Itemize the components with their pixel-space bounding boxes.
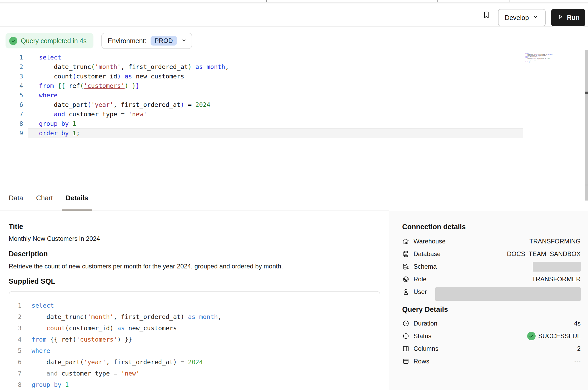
database-row: DatabaseDOCS_TEAM_SANDBOX	[402, 248, 581, 260]
line-number: 3	[9, 323, 22, 334]
toolbar: Develop Run	[0, 3, 588, 27]
schema-row: Schema	[402, 260, 581, 273]
code-line: 6 date_part('year', first_ordered_at) = …	[9, 357, 380, 368]
success-check-icon	[527, 332, 536, 340]
details-side-panel: Connection details WarehouseTRANSFORMING…	[389, 211, 588, 390]
line-number: 5	[0, 91, 23, 100]
run-button-label: Run	[567, 14, 580, 22]
environment-label: Environment:	[108, 37, 146, 45]
duration-label: Duration	[413, 320, 437, 327]
develop-button-label: Develop	[505, 14, 529, 22]
connection-details-heading: Connection details	[402, 223, 581, 232]
columns-row: Columns2	[402, 342, 581, 355]
sql-editor[interactable]: 1select2 date_trunc('month', first_order…	[0, 53, 584, 138]
schema-label: Schema	[413, 263, 437, 270]
line-number: 1	[9, 300, 22, 311]
status-badge: SUCCESSFUL	[527, 332, 581, 340]
play-icon	[557, 13, 564, 22]
role-icon	[402, 276, 410, 283]
status-value: SUCCESSFUL	[538, 332, 581, 340]
code-text: from {{ ref('customers') }}	[23, 81, 139, 91]
code-line: 5where	[0, 91, 584, 100]
window-tab-divider	[141, 0, 141, 2]
code-text: where	[22, 345, 50, 357]
tab-details[interactable]: Details	[66, 185, 88, 211]
scrollbar-thumb[interactable]	[585, 92, 588, 94]
supplied-sql-box: 1select2 date_trunc('month', first_order…	[9, 291, 380, 390]
code-text: date_part('year', first_ordered_at) = 20…	[23, 100, 210, 109]
line-number: 5	[9, 345, 22, 357]
supplied-sql-heading: Supplied SQL	[9, 277, 55, 286]
code-line: 8group by 1	[9, 379, 380, 390]
window-tab-divider	[510, 0, 510, 2]
bookmark-button[interactable]	[481, 10, 492, 21]
warehouse-icon	[402, 238, 410, 245]
code-text: group by 1	[22, 379, 69, 390]
user-redacted-value	[435, 287, 581, 301]
status-icon	[402, 332, 410, 340]
user-label: User	[413, 288, 427, 296]
line-number: 7	[0, 109, 23, 119]
warehouse-row: WarehouseTRANSFORMING	[402, 235, 581, 248]
columns-value: 2	[577, 345, 581, 352]
code-line: 7 and customer_type = 'new'	[9, 368, 380, 379]
database-icon	[402, 250, 410, 258]
code-line: 4from {{ ref('customers') }}	[0, 81, 584, 91]
schema-icon	[402, 263, 410, 270]
editor-minimap[interactable]: select date_trunc('month', first_ordered…	[525, 53, 553, 63]
query-details-heading: Query Details	[402, 306, 581, 314]
code-text: date_part('year', first_ordered_at) = 20…	[22, 357, 203, 368]
line-number: 1	[0, 53, 23, 62]
warehouse-value: TRANSFORMING	[529, 238, 581, 245]
code-line: 4from {{ ref('customers') }}	[9, 334, 380, 345]
code-text: date_trunc('month', first_ordered_at) as…	[22, 311, 222, 323]
editor-scrollbar[interactable]	[585, 50, 588, 201]
check-circle-icon	[9, 37, 17, 45]
code-text: count(customer_id) as new_customers	[23, 72, 184, 81]
code-line: 2 date_trunc('month', first_ordered_at) …	[9, 311, 380, 323]
tab-data[interactable]: Data	[9, 185, 23, 211]
tab-chart[interactable]: Chart	[36, 185, 53, 211]
line-number: 6	[0, 100, 23, 109]
environment-value-chip: PROD	[151, 36, 177, 46]
bookmark-icon	[482, 17, 491, 21]
window-tab-strip	[0, 0, 588, 2]
description-value: Retrieve the count of new customers per …	[9, 263, 283, 270]
window-tab-divider	[437, 0, 438, 2]
columns-label: Columns	[413, 345, 438, 352]
run-button[interactable]: Run	[551, 9, 585, 26]
rows-icon	[402, 358, 410, 365]
code-text: select	[22, 300, 54, 311]
line-number: 8	[9, 379, 22, 390]
code-line: 9order by 1;	[0, 128, 584, 138]
results-tab-divider	[0, 211, 389, 211]
duration-row: Duration4s	[402, 317, 581, 330]
code-line: 3 count(customer_id) as new_customers	[0, 72, 584, 81]
code-text: and customer_type = 'new'	[22, 368, 139, 379]
line-number: 2	[0, 62, 23, 72]
code-text: date_trunc('month', first_ordered_at) as…	[23, 62, 229, 72]
line-number: 4	[0, 81, 23, 91]
chevron-down-icon	[181, 37, 187, 45]
line-number: 7	[9, 368, 22, 379]
window-tab-divider	[56, 0, 56, 2]
title-heading: Title	[9, 223, 23, 231]
code-text: group by 1	[23, 119, 76, 128]
duration-value: 4s	[574, 320, 581, 327]
description-heading: Description	[9, 250, 48, 258]
query-details-rows: Duration4sStatusSUCCESSFULColumns2Rows--…	[402, 317, 581, 368]
role-label: Role	[413, 276, 426, 283]
code-line: 1select	[9, 300, 380, 311]
develop-button[interactable]: Develop	[498, 9, 546, 26]
database-value: DOCS_TEAM_SANDBOX	[507, 250, 581, 258]
code-line: 8group by 1	[0, 119, 584, 128]
warehouse-label: Warehouse	[413, 238, 446, 245]
code-text: select	[23, 53, 61, 62]
code-text: and customer_type = 'new'	[23, 109, 147, 119]
line-number: 9	[0, 128, 23, 138]
line-number: 4	[9, 334, 22, 345]
code-text: count(customer_id) as new_customers	[22, 323, 177, 334]
environment-selector[interactable]: Environment: PROD	[101, 33, 192, 49]
line-number: 8	[0, 119, 23, 128]
rows-value: ---	[574, 358, 581, 365]
